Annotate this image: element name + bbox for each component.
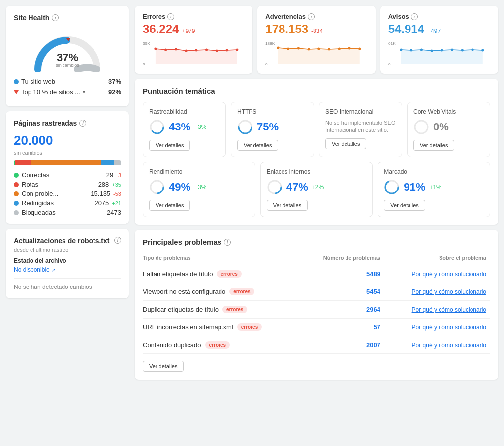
problem-link-4[interactable]: Por qué y cómo solucionarlo [384,336,490,354]
col-about: Sobre el problema [384,253,490,265]
legend-website-label: Tu sitio web [21,78,55,85]
score-marcado-change: +1% [429,184,441,191]
legend-correct: Correctas 29 -3 [14,171,121,179]
label-issues: Con proble... [22,190,58,197]
ver-detalles-seo-button[interactable]: Ver detalles [325,138,366,149]
problem-name-0: Faltan etiquetas de título errores [143,265,301,283]
score-rastreabilidad-value: 43% [169,121,190,133]
robots-card: Actualizaciones de robots.txt i desde el… [6,229,129,298]
problem-count-0: 5489 [301,265,384,283]
value-broken: 288 [98,181,109,188]
thematic-card: Puntuación temática Rastreabilidad 43% +… [135,79,498,225]
robots-divider [14,278,121,279]
metric-warnings-value: 178.153 -834 [265,22,367,36]
pages-sub: sin cambios [14,150,121,156]
svg-point-19 [287,48,289,50]
score-card-rastreabilidad: Rastreabilidad 43% +3% Ver detalles [143,102,226,157]
dot-broken-icon [14,182,19,187]
metric-warnings-info-icon[interactable]: i [308,13,315,20]
svg-text:39K: 39K [143,41,150,46]
score-rendimiento-title: Rendimiento [149,168,249,175]
ver-detalles-rendimiento-button[interactable]: Ver detalles [149,200,190,211]
svg-point-32 [420,49,422,51]
ver-detalles-rastreabilidad-button[interactable]: Ver detalles [149,140,190,151]
score-cwv-value: 0% [433,121,449,133]
badge-error-0: errores [217,270,241,278]
svg-point-37 [471,49,473,51]
metric-errors-value: 36.224 +979 [143,22,245,36]
robots-sub: desde el último rastreo [14,247,121,253]
score-marcado-title: Marcado [384,168,484,175]
ver-detalles-problems-button[interactable]: Ver detalles [143,361,184,372]
pages-crawled-info-icon[interactable]: i [79,120,86,127]
metric-errors-change: +979 [182,28,195,34]
svg-text:188K: 188K [265,41,275,46]
problems-title: Principales problemas i [143,238,490,246]
change-issues: -53 [113,191,121,197]
problem-link-3[interactable]: Por qué y cómo solucionarlo [384,319,490,336]
legend-broken: Rotas 288 +35 [14,181,121,188]
svg-point-22 [318,48,320,50]
svg-text:0: 0 [265,62,268,66]
problems-info-icon[interactable]: i [224,239,231,246]
score-rastreabilidad-title: Rastreabilidad [149,108,220,115]
value-issues: 15.135 [91,190,110,197]
site-health-info-icon[interactable]: i [52,14,59,21]
metrics-row: Errores i 36.224 +979 39K 0 [135,6,498,74]
metric-errors-info-icon[interactable]: i [167,13,174,20]
svg-point-38 [481,49,484,52]
robots-status-link[interactable]: No disponible ↗ [14,266,121,273]
problem-count-1: 5454 [301,283,384,301]
svg-point-24 [338,48,341,50]
metric-errors-title: Errores i [143,13,245,20]
svg-point-18 [277,47,280,49]
badge-error-1: errores [229,288,254,295]
svg-point-25 [348,47,351,50]
problem-link-2[interactable]: Por qué y cómo solucionarlo [384,301,490,319]
metric-warnings-change: -834 [311,28,323,34]
table-header-row: Tipo de problemas Número de problemas So… [143,253,490,265]
external-link-icon: ↗ [51,267,55,273]
table-row: Duplicar etiquetas de título errores 296… [143,301,490,319]
svg-marker-17 [278,48,360,64]
score-card-enlaces-internos: Enlaces internos 47% +2% Ver detalles [260,162,373,217]
score-enlaces-value: 47% [286,181,308,193]
bar-broken [15,160,31,165]
score-rendimiento-value: 49% [169,181,190,193]
ver-detalles-marcado-button[interactable]: Ver detalles [384,200,425,211]
problem-link-0[interactable]: Por qué y cómo solucionarlo [384,265,490,283]
svg-point-26 [359,48,361,50]
problems-card: Principales problemas i Tipo de problema… [135,230,498,380]
ver-detalles-enlaces-button[interactable]: Ver detalles [267,200,308,211]
legend-blocked: Bloqueadas 2473 [14,209,121,216]
pages-bar [14,160,121,165]
svg-point-30 [400,49,402,51]
robots-info-icon[interactable]: i [114,237,121,244]
metric-errors-chart: 39K 0 [143,40,245,67]
metric-notices-title: Avisos i [388,13,490,20]
svg-text:37%: 37% [57,51,78,64]
value-blocked: 2473 [107,209,121,216]
problem-link-1[interactable]: Por qué y cómo solucionarlo [384,283,490,301]
svg-text:61K: 61K [388,41,396,46]
svg-point-36 [461,49,463,52]
change-correct: -3 [116,172,121,178]
pages-legend: Correctas 29 -3 Rotas 288 +35 [14,171,121,216]
col-type: Tipo de problemas [143,253,301,265]
metric-notices-info-icon[interactable]: i [411,13,418,20]
table-row: Viewport no está configurado errores 545… [143,283,490,301]
problem-name-3: URL incorrectas en sitemap.xml errores [143,319,301,336]
svg-point-43 [415,121,428,133]
metric-warnings-title: Advertencias i [265,13,367,20]
table-row: Contenido duplicado errores 2007 Por qué… [143,336,490,354]
ver-detalles-https-button[interactable]: Ver detalles [237,140,278,151]
chevron-down-icon[interactable]: ▾ [83,89,85,95]
ver-detalles-cwv-button[interactable]: Ver detalles [413,140,454,151]
score-marcado-value: 91% [404,181,425,193]
svg-point-13 [225,49,228,52]
table-row: URL incorrectas en sitemap.xml errores 5… [143,319,490,336]
svg-marker-29 [401,50,483,64]
circle-rastreabilidad-icon [149,119,165,135]
svg-text:sin cambios: sin cambios [56,63,79,68]
score-seo-title: SEO Internacional [325,108,396,115]
